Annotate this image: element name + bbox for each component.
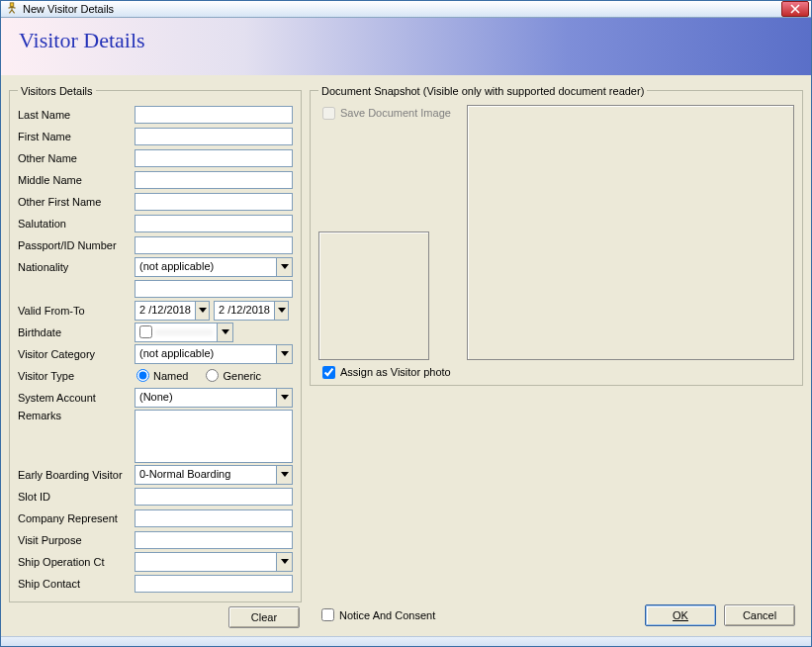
- ship-operation-ct-value: [135, 553, 276, 571]
- save-document-image-label: Save Document Image: [340, 107, 451, 119]
- first-name-input[interactable]: [135, 128, 293, 145]
- company-represent-input[interactable]: [135, 509, 293, 527]
- page-title: Visitor Details: [19, 28, 793, 53]
- birthdate-checkbox[interactable]: [139, 325, 152, 338]
- valid-to-date[interactable]: 2 /12/2018: [214, 301, 289, 321]
- system-account-label: System Account: [18, 392, 135, 404]
- visitor-type-label: Visitor Type: [18, 370, 135, 382]
- svg-rect-0: [10, 3, 14, 7]
- company-represent-label: Company Represent: [18, 512, 135, 524]
- nationality-select[interactable]: (not applicable): [135, 257, 293, 277]
- ship-contact-label: Ship Contact: [18, 578, 135, 590]
- save-document-image-checkbox: [322, 107, 335, 120]
- chevron-down-icon[interactable]: [276, 258, 292, 276]
- visitor-type-named-radio[interactable]: Named: [136, 369, 188, 382]
- other-name-input[interactable]: [135, 149, 293, 167]
- document-snapshot-legend: Document Snapshot (Visible only with sup…: [318, 85, 647, 97]
- ship-operation-ct-select[interactable]: [135, 552, 293, 572]
- named-radio-input[interactable]: [136, 369, 149, 382]
- footer-bar: Notice And Consent OK Cancel: [310, 599, 803, 630]
- first-name-label: First Name: [18, 131, 135, 142]
- content-area: Visitors Details Last Name First Name Ot…: [1, 75, 811, 636]
- visitor-category-label: Visitor Category: [18, 348, 135, 360]
- system-account-value: (None): [135, 389, 276, 407]
- visitor-type-generic-radio[interactable]: Generic: [206, 369, 261, 382]
- header-band: Visitor Details: [1, 18, 811, 75]
- generic-radio-input[interactable]: [206, 369, 219, 382]
- ship-operation-ct-label: Ship Operation Ct: [18, 556, 135, 568]
- middle-name-input[interactable]: [135, 171, 293, 189]
- visit-purpose-input[interactable]: [135, 531, 293, 549]
- generic-radio-label: Generic: [223, 370, 261, 382]
- ok-button-label: OK: [673, 609, 688, 621]
- valid-to-value: 2 /12/2018: [215, 302, 274, 320]
- cancel-button[interactable]: Cancel: [724, 604, 795, 626]
- slot-id-input[interactable]: [135, 488, 293, 506]
- clear-button[interactable]: Clear: [228, 606, 300, 628]
- chevron-down-icon[interactable]: [276, 466, 292, 484]
- other-name-label: Other Name: [18, 152, 135, 164]
- visitors-details-legend: Visitors Details: [18, 85, 96, 97]
- left-column: Visitors Details Last Name First Name Ot…: [9, 85, 302, 630]
- window-title: New Visitor Details: [23, 3, 781, 15]
- chevron-down-icon[interactable]: [276, 553, 292, 571]
- visit-purpose-label: Visit Purpose: [18, 534, 135, 546]
- nationality-label: Nationality: [18, 261, 135, 273]
- birthdate-label: Birthdate: [18, 326, 135, 338]
- save-document-image-row: Save Document Image: [318, 105, 457, 120]
- valid-from-date[interactable]: 2 /12/2018: [135, 301, 210, 321]
- window-root: New Visitor Details Visitor Details Visi…: [0, 0, 812, 647]
- slot-id-label: Slot ID: [18, 491, 135, 503]
- early-boarding-label: Early Boarding Visitor: [18, 469, 135, 481]
- remarks-label: Remarks: [18, 410, 135, 421]
- visitors-details-fieldset: Visitors Details Last Name First Name Ot…: [9, 85, 302, 602]
- birthdate-picker[interactable]: [135, 323, 233, 342]
- title-bar: New Visitor Details: [1, 1, 811, 18]
- middle-name-label: Middle Name: [18, 174, 135, 186]
- salutation-label: Salutation: [18, 218, 135, 230]
- visitor-category-select[interactable]: (not applicable): [135, 344, 293, 364]
- passport-id-input[interactable]: [135, 236, 293, 254]
- right-column: Document Snapshot (Visible only with sup…: [310, 85, 803, 630]
- last-name-input[interactable]: [135, 106, 293, 124]
- close-button[interactable]: [781, 1, 809, 17]
- chevron-down-icon[interactable]: [195, 302, 209, 320]
- notice-consent-label: Notice And Consent: [339, 609, 435, 621]
- named-radio-label: Named: [153, 370, 188, 382]
- document-snapshot-fieldset: Document Snapshot (Visible only with sup…: [310, 85, 803, 386]
- document-thumbnail-preview: [318, 231, 429, 360]
- last-name-label: Last Name: [18, 109, 135, 121]
- valid-from-value: 2 /12/2018: [135, 302, 195, 320]
- system-account-select[interactable]: (None): [135, 388, 293, 408]
- nationality-extra-input[interactable]: [135, 280, 293, 298]
- chevron-down-icon[interactable]: [274, 302, 288, 320]
- ok-button[interactable]: OK: [645, 604, 716, 626]
- assign-visitor-photo-label: Assign as Visitor photo: [340, 366, 451, 378]
- assign-visitor-photo-checkbox[interactable]: [322, 366, 335, 379]
- other-first-name-input[interactable]: [135, 193, 293, 211]
- chevron-down-icon[interactable]: [276, 389, 292, 407]
- notice-consent-checkbox[interactable]: [321, 608, 334, 621]
- passport-id-label: Passport/ID Number: [18, 239, 135, 251]
- valid-from-to-label: Valid From-To: [18, 305, 135, 317]
- chevron-down-icon[interactable]: [276, 345, 292, 363]
- ship-contact-input[interactable]: [135, 575, 293, 593]
- salutation-input[interactable]: [135, 215, 293, 232]
- visitor-category-value: (not applicable): [135, 345, 276, 363]
- other-first-name-label: Other First Name: [18, 196, 135, 208]
- app-icon: [5, 2, 19, 16]
- early-boarding-value: 0-Normal Boarding: [135, 466, 276, 484]
- nationality-value: (not applicable): [135, 258, 276, 276]
- chevron-down-icon[interactable]: [217, 324, 232, 341]
- early-boarding-select[interactable]: 0-Normal Boarding: [135, 465, 293, 485]
- birthdate-value: [155, 330, 213, 334]
- document-large-preview: [467, 105, 794, 360]
- remarks-textarea[interactable]: [135, 410, 293, 463]
- status-strip: [1, 636, 811, 646]
